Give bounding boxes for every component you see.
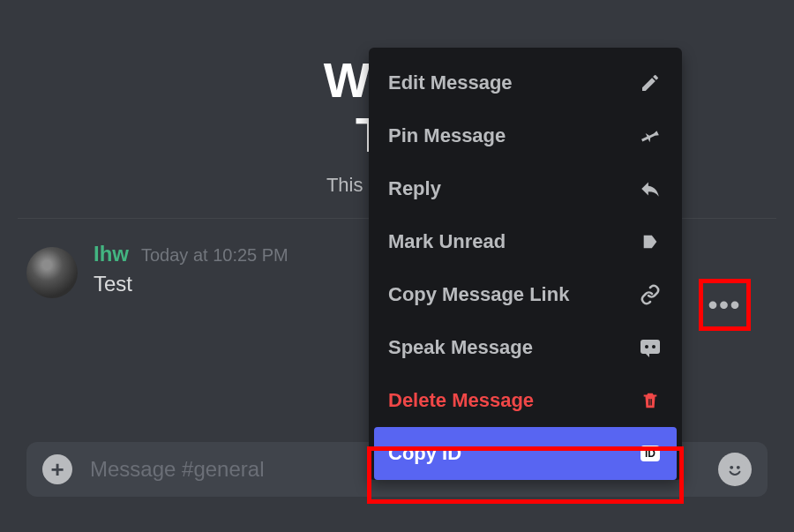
ctx-item-label: Mark Unread (388, 230, 506, 253)
ctx-item-label: Copy ID (388, 442, 461, 465)
message-text: Test (94, 272, 288, 296)
pencil-icon (638, 71, 663, 95)
ctx-item-pin-message[interactable]: Pin Message (369, 109, 682, 162)
svg-point-2 (737, 466, 740, 469)
attach-button[interactable]: + (42, 454, 72, 484)
timestamp: Today at 10:25 PM (141, 245, 288, 266)
ctx-item-label: Reply (388, 177, 441, 200)
context-menu: Edit MessagePin MessageReplyMark UnreadC… (369, 48, 682, 480)
svg-point-5 (652, 345, 655, 348)
trash-icon (638, 388, 663, 413)
speak-icon (638, 335, 663, 360)
ctx-item-label: Pin Message (388, 124, 506, 147)
emoji-button[interactable] (718, 453, 752, 486)
ctx-item-speak-message[interactable]: Speak Message (369, 321, 682, 374)
svg-rect-7 (650, 399, 651, 405)
link-icon (638, 282, 663, 307)
reply-icon (638, 176, 663, 201)
pin-icon (638, 124, 663, 148)
ctx-item-label: Delete Message (388, 389, 534, 412)
ctx-item-label: Speak Message (388, 336, 533, 359)
message-header: Ihw Today at 10:25 PM (94, 242, 288, 266)
ctx-item-mark-unread[interactable]: Mark Unread (369, 215, 682, 268)
svg-point-4 (645, 345, 648, 348)
message-content: Ihw Today at 10:25 PM Test (94, 242, 288, 296)
ctx-item-label: Edit Message (388, 71, 513, 94)
ctx-item-copy-message-link[interactable]: Copy Message Link (369, 268, 682, 321)
username[interactable]: Ihw (94, 242, 129, 266)
svg-point-1 (730, 466, 733, 469)
ctx-item-label: Copy Message Link (388, 283, 569, 306)
more-button-highlight: ••• (699, 279, 751, 331)
id-icon: ID (638, 441, 663, 466)
svg-rect-3 (640, 340, 660, 354)
ctx-item-edit-message[interactable]: Edit Message (369, 56, 682, 109)
avatar[interactable] (26, 247, 78, 298)
svg-point-0 (724, 459, 745, 480)
ctx-item-copy-id[interactable]: Copy IDID (374, 427, 677, 480)
unread-icon (638, 229, 663, 254)
ctx-item-delete-message[interactable]: Delete Message (369, 374, 682, 427)
ctx-item-reply[interactable]: Reply (369, 162, 682, 215)
svg-rect-6 (648, 399, 649, 405)
